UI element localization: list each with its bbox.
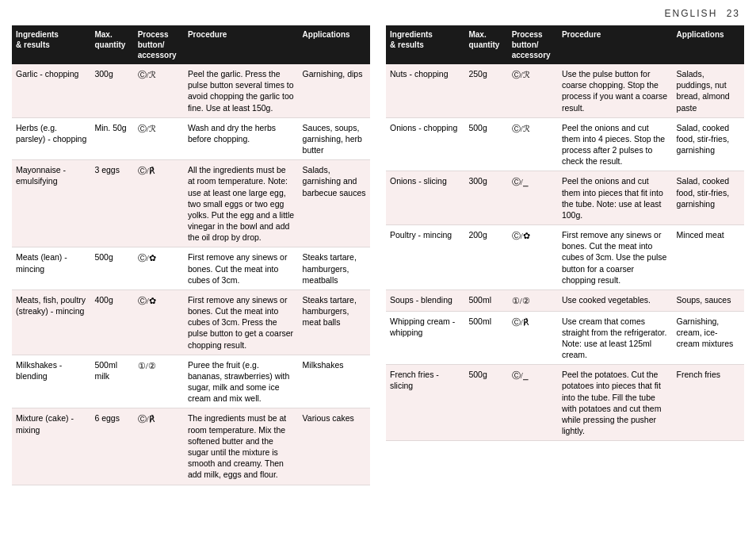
table-row: Milkshakes - blending 500ml milk ①/② Pur… <box>12 355 370 408</box>
procedure-cell: Use cream that comes straight from the r… <box>558 311 673 365</box>
table-row: Onions - slicing 300g Ⓒ/⎯ Peel the onion… <box>386 171 744 225</box>
page-number: 23 <box>727 8 740 19</box>
procedure-cell: Use the pulse button for coarse chopping… <box>558 64 673 117</box>
process-cell: Ⓒ/✿ <box>508 225 558 290</box>
left-col-ingredient: Ingredients& results <box>12 25 90 64</box>
ingredient-cell: Meats (lean) - mincing <box>12 247 90 290</box>
applications-cell: Salads, garnishing and barbecue sauces <box>299 160 370 247</box>
ingredient-cell: Nuts - chopping <box>386 64 464 117</box>
quantity-cell: 500g <box>464 365 507 441</box>
right-col-ingredient: Ingredients& results <box>386 25 464 64</box>
tables-container: Ingredients& results Max.quantity Proces… <box>12 25 744 485</box>
quantity-cell: 400g <box>90 290 133 355</box>
procedure-cell: All the ingredients must be at room temp… <box>184 160 299 247</box>
procedure-cell: Peel the garlic. Press the pulse button … <box>184 64 299 117</box>
process-cell: Ⓒ/✿ <box>134 247 184 290</box>
right-col-procedure: Procedure <box>558 25 673 64</box>
process-cell: ①/② <box>508 290 558 311</box>
applications-cell: Various cakes <box>299 408 370 485</box>
table-row: Meats (lean) - mincing 500g Ⓒ/✿ First re… <box>12 247 370 290</box>
procedure-cell: Peel the onions and cut them into 4 piec… <box>558 117 673 171</box>
process-cell: Ⓒ/⎯ <box>508 365 558 441</box>
quantity-cell: 300g <box>464 171 507 225</box>
table-row: Poultry - mincing 200g Ⓒ/✿ First remove … <box>386 225 744 290</box>
procedure-cell: First remove any sinews or bones. Cut th… <box>184 290 299 355</box>
ingredient-cell: Herbs (e.g. parsley) - chopping <box>12 117 90 160</box>
applications-cell: Sauces, soups, garnishing, herb butter <box>299 117 370 160</box>
quantity-cell: 500g <box>90 247 133 290</box>
table-row: Nuts - chopping 250g Ⓒ/ℛ Use the pulse b… <box>386 64 744 117</box>
table-row: Garlic - chopping 300g Ⓒ/ℛ Peel the garl… <box>12 64 370 117</box>
procedure-cell: Peel the onions and cut them into pieces… <box>558 171 673 225</box>
ingredient-cell: Poultry - mincing <box>386 225 464 290</box>
procedure-cell: Wash and dry the herbs before chopping. <box>184 117 299 160</box>
table-row: Mayonnaise - emulsifying 3 eggs Ⓒ/℟ All … <box>12 160 370 247</box>
table-row: Onions - chopping 500g Ⓒ/ℛ Peel the onio… <box>386 117 744 171</box>
process-cell: Ⓒ/ℛ <box>134 64 184 117</box>
left-table: Ingredients& results Max.quantity Proces… <box>12 25 370 485</box>
process-cell: Ⓒ/℟ <box>508 311 558 365</box>
procedure-cell: Puree the fruit (e.g. bananas, strawberr… <box>184 355 299 408</box>
process-cell: Ⓒ/⎯ <box>508 171 558 225</box>
left-col-procedure: Procedure <box>184 25 299 64</box>
right-col-process: Processbutton/accessory <box>508 25 558 64</box>
language-label: ENGLISH <box>665 8 718 19</box>
applications-cell: Soups, sauces <box>673 290 744 311</box>
process-cell: Ⓒ/℟ <box>134 408 184 485</box>
process-cell: Ⓒ/ℛ <box>508 117 558 171</box>
process-cell: ①/② <box>134 355 184 408</box>
ingredient-cell: Whipping cream - whipping <box>386 311 464 365</box>
ingredient-cell: Mayonnaise - emulsifying <box>12 160 90 247</box>
applications-cell: Garnishing, cream, ice-cream mixtures <box>673 311 744 365</box>
ingredient-cell: Soups - blending <box>386 290 464 311</box>
table-row: Whipping cream - whipping 500ml Ⓒ/℟ Use … <box>386 311 744 365</box>
left-col-process: Processbutton/accessory <box>134 25 184 64</box>
ingredient-cell: Garlic - chopping <box>12 64 90 117</box>
quantity-cell: 500ml <box>464 311 507 365</box>
applications-cell: Salads, puddings, nut bread, almond past… <box>673 64 744 117</box>
process-cell: Ⓒ/✿ <box>134 290 184 355</box>
process-cell: Ⓒ/ℛ <box>508 64 558 117</box>
left-col-applications: Applications <box>299 25 370 64</box>
table-row: French fries - slicing 500g Ⓒ/⎯ Peel the… <box>386 365 744 441</box>
left-table-wrap: Ingredients& results Max.quantity Proces… <box>12 25 370 485</box>
table-row: Soups - blending 500ml ①/② Use cooked ve… <box>386 290 744 311</box>
quantity-cell: 300g <box>90 64 133 117</box>
quantity-cell: 500ml milk <box>90 355 133 408</box>
procedure-cell: Use cooked vegetables. <box>558 290 673 311</box>
quantity-cell: 3 eggs <box>90 160 133 247</box>
applications-cell: Steaks tartare, hamburgers, meat balls <box>299 290 370 355</box>
applications-cell: Salad, cooked food, stir-fries, garnishi… <box>673 117 744 171</box>
applications-cell: Minced meat <box>673 225 744 290</box>
page-header: ENGLISH 23 <box>12 8 744 19</box>
left-col-quantity: Max.quantity <box>90 25 133 64</box>
procedure-cell: First remove any sinews or bones. Cut th… <box>558 225 673 290</box>
ingredient-cell: French fries - slicing <box>386 365 464 441</box>
quantity-cell: 250g <box>464 64 507 117</box>
applications-cell: Milkshakes <box>299 355 370 408</box>
quantity-cell: 500g <box>464 117 507 171</box>
ingredient-cell: Onions - slicing <box>386 171 464 225</box>
ingredient-cell: Mixture (cake) - mixing <box>12 408 90 485</box>
quantity-cell: Min. 50g <box>90 117 133 160</box>
process-cell: Ⓒ/ℛ <box>134 117 184 160</box>
ingredient-cell: Meats, fish, poultry (streaky) - mincing <box>12 290 90 355</box>
table-row: Mixture (cake) - mixing 6 eggs Ⓒ/℟ The i… <box>12 408 370 485</box>
page: ENGLISH 23 Ingredients& results Max.quan… <box>0 0 756 533</box>
right-table-wrap: Ingredients& results Max.quantity Proces… <box>386 25 744 485</box>
right-table: Ingredients& results Max.quantity Proces… <box>386 25 744 441</box>
quantity-cell: 6 eggs <box>90 408 133 485</box>
applications-cell: Salad, cooked food, stir-fries, garnishi… <box>673 171 744 225</box>
quantity-cell: 500ml <box>464 290 507 311</box>
applications-cell: Garnishing, dips <box>299 64 370 117</box>
table-row: Meats, fish, poultry (streaky) - mincing… <box>12 290 370 355</box>
applications-cell: French fries <box>673 365 744 441</box>
ingredient-cell: Onions - chopping <box>386 117 464 171</box>
applications-cell: Steaks tartare, hamburgers, meatballs <box>299 247 370 290</box>
procedure-cell: First remove any sinews or bones. Cut th… <box>184 247 299 290</box>
procedure-cell: Peel the potatoes. Cut the potatoes into… <box>558 365 673 441</box>
right-col-applications: Applications <box>673 25 744 64</box>
ingredient-cell: Milkshakes - blending <box>12 355 90 408</box>
right-col-quantity: Max.quantity <box>464 25 507 64</box>
procedure-cell: The ingredients must be at room temperat… <box>184 408 299 485</box>
